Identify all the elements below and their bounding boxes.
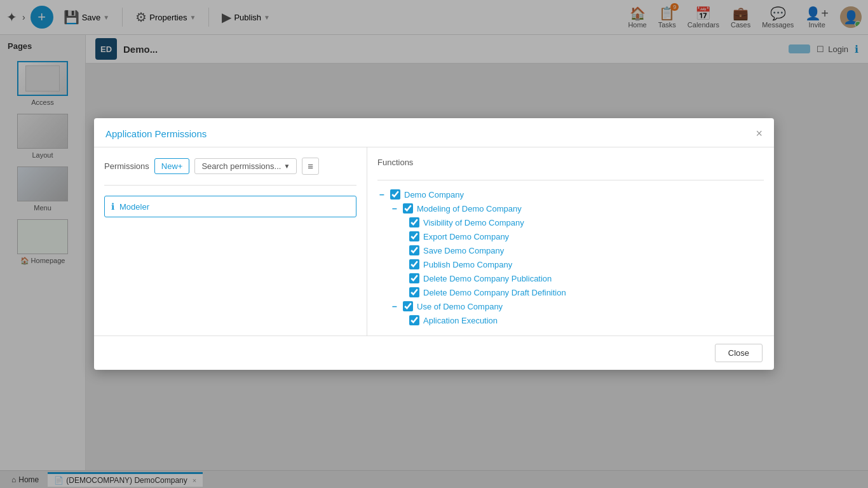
save-row: Save Demo Company bbox=[409, 245, 764, 255]
export-row: Export Demo Company bbox=[409, 231, 764, 241]
search-dropdown-icon: ▼ bbox=[283, 163, 290, 170]
functions-panel: Functions – Demo Company – Modeling of D… bbox=[367, 147, 774, 336]
functions-tree: – Demo Company – Modeling of Demo Compan… bbox=[377, 189, 764, 325]
functions-divider bbox=[377, 180, 764, 180]
modeling-label[interactable]: Modeling of Demo Company bbox=[417, 204, 522, 214]
new-permission-button[interactable]: New+ bbox=[154, 158, 190, 174]
delete-pub-label[interactable]: Delete Demo Company Publication bbox=[423, 274, 552, 283]
app-exec-checkbox[interactable] bbox=[409, 315, 419, 325]
modeler-label: Modeler bbox=[119, 202, 149, 212]
search-permissions-button[interactable]: Search permissions... ▼ bbox=[194, 158, 297, 174]
modal-title: Application Permissions bbox=[105, 128, 207, 139]
search-permissions-label: Search permissions... bbox=[201, 161, 281, 171]
permissions-label: Permissions bbox=[104, 161, 149, 171]
modal-close-button[interactable]: × bbox=[756, 127, 763, 140]
visibility-label[interactable]: Visibility of Demo Company bbox=[423, 218, 524, 227]
application-permissions-modal: Application Permissions × Permissions Ne… bbox=[94, 118, 774, 370]
close-button[interactable]: Close bbox=[715, 344, 763, 362]
app-exec-label[interactable]: Aplication Execution bbox=[423, 316, 498, 325]
demo-company-collapse[interactable]: – bbox=[377, 189, 386, 200]
export-checkbox[interactable] bbox=[409, 231, 419, 241]
use-row: – Use of Demo Company bbox=[390, 301, 764, 311]
publish-fn-row: Publish Demo Company bbox=[409, 259, 764, 269]
use-collapse[interactable]: – bbox=[390, 301, 399, 311]
delete-draft-checkbox[interactable] bbox=[409, 287, 419, 297]
modal-footer: Close bbox=[94, 336, 774, 370]
modeling-row: – Modeling of Demo Company bbox=[390, 203, 764, 214]
delete-draft-row: Delete Demo Company Draft Definition bbox=[409, 287, 764, 297]
visibility-row: Visibility of Demo Company bbox=[409, 217, 764, 227]
modal-header: Application Permissions × bbox=[94, 118, 774, 147]
delete-pub-row: Delete Demo Company Publication bbox=[409, 273, 764, 283]
export-label[interactable]: Export Demo Company bbox=[423, 232, 509, 241]
use-checkbox[interactable] bbox=[403, 301, 413, 311]
permissions-panel: Permissions New+ Search permissions... ▼… bbox=[94, 147, 367, 336]
delete-draft-label[interactable]: Delete Demo Company Draft Definition bbox=[423, 288, 566, 297]
save-checkbox[interactable] bbox=[409, 245, 419, 255]
app-exec-row: Aplication Execution bbox=[409, 315, 764, 325]
functions-title: Functions bbox=[377, 158, 764, 167]
permissions-divider bbox=[104, 185, 356, 186]
modeler-permission-item[interactable]: ℹ Modeler bbox=[104, 196, 356, 217]
permissions-header: Permissions New+ Search permissions... ▼… bbox=[104, 158, 356, 175]
demo-company-checkbox[interactable] bbox=[390, 189, 400, 200]
modeler-info-icon: ℹ bbox=[111, 201, 114, 212]
modal-overlay: Application Permissions × Permissions Ne… bbox=[0, 0, 868, 488]
demo-company-row: – Demo Company bbox=[377, 189, 764, 200]
list-view-button[interactable]: ≡ bbox=[302, 158, 319, 175]
publish-fn-label[interactable]: Publish Demo Company bbox=[423, 260, 512, 269]
delete-pub-checkbox[interactable] bbox=[409, 273, 419, 283]
use-label[interactable]: Use of Demo Company bbox=[417, 302, 503, 311]
visibility-checkbox[interactable] bbox=[409, 217, 419, 227]
modal-body: Permissions New+ Search permissions... ▼… bbox=[94, 147, 774, 336]
save-fn-label[interactable]: Save Demo Company bbox=[423, 246, 504, 255]
publish-fn-checkbox[interactable] bbox=[409, 259, 419, 269]
demo-company-label[interactable]: Demo Company bbox=[404, 190, 464, 200]
modeling-collapse[interactable]: – bbox=[390, 203, 399, 214]
modeling-checkbox[interactable] bbox=[403, 203, 413, 214]
